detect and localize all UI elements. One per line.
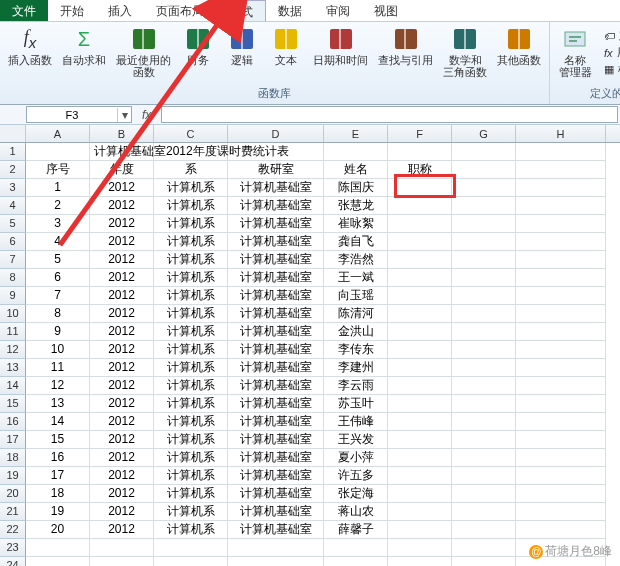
cell[interactable]: 2012 — [90, 323, 154, 341]
cell[interactable]: 计算机基础室 — [228, 413, 324, 431]
cell[interactable] — [452, 161, 516, 179]
cell[interactable]: 2 — [26, 197, 90, 215]
cell[interactable] — [516, 341, 606, 359]
recent-functions-button[interactable]: 最近使用的 函数 — [112, 24, 175, 80]
cell[interactable] — [516, 215, 606, 233]
cell[interactable] — [516, 287, 606, 305]
cell[interactable]: 计算机系 — [154, 269, 228, 287]
cell[interactable]: 2012 — [90, 413, 154, 431]
other-functions-button[interactable]: 其他函数 — [493, 24, 545, 68]
cell[interactable] — [388, 431, 452, 449]
row-header[interactable]: 7 — [0, 251, 26, 269]
cell[interactable]: 2012 — [90, 341, 154, 359]
cell[interactable]: 2012 — [90, 287, 154, 305]
cell[interactable]: 计算机系 — [154, 179, 228, 197]
cell[interactable] — [452, 539, 516, 557]
row-header[interactable]: 23 — [0, 539, 26, 557]
cell[interactable] — [324, 557, 388, 566]
cell[interactable]: 计算机基础室 — [228, 323, 324, 341]
row-header[interactable]: 11 — [0, 323, 26, 341]
financial-button[interactable]: 财务 — [177, 24, 219, 68]
cell[interactable]: 计算机系 — [154, 449, 228, 467]
cell[interactable]: 薛馨子 — [324, 521, 388, 539]
cell[interactable] — [516, 269, 606, 287]
cell[interactable] — [228, 539, 324, 557]
col-header-H[interactable]: H — [516, 125, 606, 142]
cell[interactable]: 2012 — [90, 521, 154, 539]
row-header[interactable]: 9 — [0, 287, 26, 305]
cell[interactable] — [452, 467, 516, 485]
cell[interactable] — [516, 521, 606, 539]
cell[interactable]: 李建州 — [324, 359, 388, 377]
row-header[interactable]: 13 — [0, 359, 26, 377]
cell[interactable]: 2012 — [90, 485, 154, 503]
cell[interactable] — [516, 179, 606, 197]
cell[interactable]: 2012 — [90, 449, 154, 467]
cell[interactable] — [516, 413, 606, 431]
tab-公式[interactable]: 公式 — [216, 0, 266, 21]
name-manager-button[interactable]: 名称 管理器 — [554, 24, 596, 80]
cell[interactable]: 姓名 — [324, 161, 388, 179]
cell[interactable]: 年度 — [90, 161, 154, 179]
cell[interactable] — [452, 269, 516, 287]
cell[interactable]: 14 — [26, 413, 90, 431]
cell[interactable]: 2012 — [90, 305, 154, 323]
cell[interactable]: 计算机系 — [154, 233, 228, 251]
row-header[interactable]: 17 — [0, 431, 26, 449]
cell[interactable]: 2012 — [90, 269, 154, 287]
cell[interactable] — [388, 233, 452, 251]
cell[interactable] — [452, 377, 516, 395]
cell[interactable]: 张定海 — [324, 485, 388, 503]
cell[interactable] — [452, 251, 516, 269]
row-header[interactable]: 3 — [0, 179, 26, 197]
col-header-D[interactable]: D — [228, 125, 324, 142]
cell[interactable] — [452, 503, 516, 521]
cell[interactable]: 计算机基础室 — [228, 449, 324, 467]
cell[interactable] — [452, 341, 516, 359]
cell[interactable]: 2012 — [90, 377, 154, 395]
cell[interactable]: 2012 — [90, 197, 154, 215]
cell[interactable]: 计算机系 — [154, 287, 228, 305]
tab-开始[interactable]: 开始 — [48, 0, 96, 21]
select-all-corner[interactable] — [0, 125, 26, 142]
cell[interactable]: 2012 — [90, 467, 154, 485]
cell[interactable] — [452, 521, 516, 539]
cell[interactable] — [388, 359, 452, 377]
formula-input[interactable] — [161, 106, 618, 123]
cell[interactable]: 计算机基础室 — [228, 179, 324, 197]
cell[interactable] — [516, 377, 606, 395]
cell[interactable]: 8 — [26, 305, 90, 323]
cell[interactable] — [26, 557, 90, 566]
cell[interactable] — [452, 233, 516, 251]
cell[interactable] — [516, 161, 606, 179]
cell[interactable]: 20 — [26, 521, 90, 539]
cell[interactable]: 计算机基础室 — [228, 359, 324, 377]
cell[interactable] — [516, 503, 606, 521]
cell[interactable]: 夏小萍 — [324, 449, 388, 467]
cell[interactable]: 计算机系 — [154, 359, 228, 377]
cell[interactable] — [388, 449, 452, 467]
cell[interactable] — [452, 215, 516, 233]
row-header[interactable]: 14 — [0, 377, 26, 395]
tab-file[interactable]: 文件 — [0, 0, 48, 21]
row-header[interactable]: 10 — [0, 305, 26, 323]
cell[interactable]: 张慧龙 — [324, 197, 388, 215]
datetime-button[interactable]: 日期和时间 — [309, 24, 372, 68]
cell[interactable] — [516, 305, 606, 323]
col-header-A[interactable]: A — [26, 125, 90, 142]
row-header[interactable]: 12 — [0, 341, 26, 359]
cell[interactable]: 计算机系 — [154, 521, 228, 539]
cell[interactable] — [26, 143, 90, 161]
cell[interactable]: 金洪山 — [324, 323, 388, 341]
cell[interactable]: 2012 — [90, 503, 154, 521]
cell[interactable]: 计算机基础室2012年度课时费统计表 — [90, 143, 154, 161]
cell[interactable]: 5 — [26, 251, 90, 269]
row-header[interactable]: 18 — [0, 449, 26, 467]
autosum-button[interactable]: Σ 自动求和 — [58, 24, 110, 68]
cell[interactable] — [516, 323, 606, 341]
cell[interactable]: 计算机基础室 — [228, 215, 324, 233]
cell[interactable]: 计算机系 — [154, 341, 228, 359]
cell[interactable]: 计算机系 — [154, 485, 228, 503]
cell[interactable] — [90, 557, 154, 566]
cell[interactable]: 计算机系 — [154, 251, 228, 269]
